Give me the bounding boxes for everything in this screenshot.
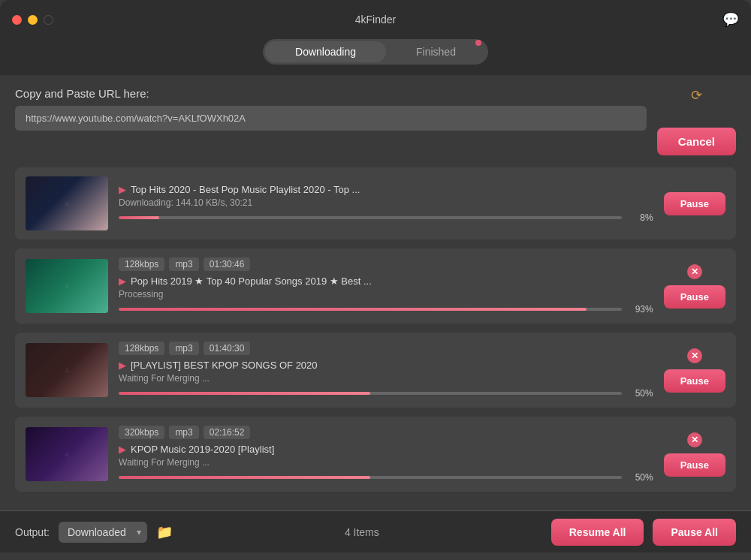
finished-badge <box>475 40 481 46</box>
progress-pct-1: 8% <box>629 212 653 223</box>
meta-duration-3: 01:40:30 <box>204 342 251 355</box>
item-info-3: 128kbps mp3 01:40:30 ▶ [PLAYLIST] BEST K… <box>119 342 653 399</box>
item-title-1: ▶ Top Hits 2020 - Best Pop Music Playlis… <box>119 184 653 195</box>
pause-button-3[interactable]: Pause <box>664 369 725 393</box>
meta-format-4: mp3 <box>169 426 198 439</box>
tab-bar: Downloading Finished <box>0 39 751 75</box>
pause-button-4[interactable]: Pause <box>664 453 725 477</box>
pause-all-button[interactable]: Pause All <box>653 519 736 546</box>
progress-pct-4: 50% <box>629 472 653 483</box>
output-label: Output: <box>15 526 50 538</box>
item-thumbnail-3: ♫ <box>26 343 108 397</box>
download-item: ♫ ▶ Top Hits 2020 - Best Pop Music Playl… <box>15 167 736 239</box>
item-info-1: ▶ Top Hits 2020 - Best Pop Music Playlis… <box>119 184 653 223</box>
output-select[interactable]: Downloaded Desktop Documents Music <box>59 522 147 543</box>
progress-bar-fill-4 <box>119 476 370 479</box>
meta-format-2: mp3 <box>169 257 198 271</box>
resume-all-button[interactable]: Resume All <box>551 519 644 546</box>
item-thumbnail-4: ♫ <box>26 427 108 481</box>
download-item-4: ♫ 320kbps mp3 02:16:52 ▶ KPOP Music 2019… <box>15 417 736 492</box>
download-item-3: ♫ 128kbps mp3 01:40:30 ▶ [PLAYLIST] BEST… <box>15 333 736 408</box>
tab-finished[interactable]: Finished <box>386 41 486 62</box>
progress-pct-2: 93% <box>629 304 653 315</box>
spinner-icon: ⟳ <box>691 87 702 104</box>
item-status-4: Waiting For Merging ... <box>119 457 653 468</box>
youtube-icon-2: ▶ <box>119 275 126 287</box>
progress-bar-bg-3 <box>119 392 622 395</box>
progress-bar-fill-2 <box>119 308 587 311</box>
item-meta-tags-4: 320kbps mp3 02:16:52 <box>119 426 653 439</box>
cancel-button[interactable]: Cancel <box>657 128 736 155</box>
items-count: 4 Items <box>182 526 542 538</box>
item-meta-tags-2: 128kbps mp3 01:30:46 <box>119 257 653 271</box>
progress-container-1: 8% <box>119 212 653 223</box>
item-actions-4: ✕ Pause <box>664 432 725 477</box>
tab-downloading[interactable]: Downloading <box>265 41 386 62</box>
tab-container: Downloading Finished <box>263 39 488 65</box>
progress-bar-bg-2 <box>119 308 622 311</box>
chat-icon[interactable]: 💬 <box>722 11 739 28</box>
item-actions-3: ✕ Pause <box>664 348 725 393</box>
item-info-4: 320kbps mp3 02:16:52 ▶ KPOP Music 2019-2… <box>119 426 653 483</box>
item-status-1: Downloading: 144.10 KB/s, 30:21 <box>119 197 653 208</box>
main-content: Copy and Paste URL here: ⟳ Cancel ♫ ▶ To… <box>0 75 751 510</box>
youtube-icon-4: ▶ <box>119 444 126 455</box>
progress-bar-fill-3 <box>119 392 370 395</box>
meta-format-3: mp3 <box>169 342 198 355</box>
folder-button[interactable]: 📁 <box>156 524 173 540</box>
progress-bar-bg-4 <box>119 476 622 479</box>
close-button-4[interactable]: ✕ <box>687 432 702 447</box>
close-button-2[interactable]: ✕ <box>687 264 702 279</box>
meta-bitrate-3: 128kbps <box>119 342 164 355</box>
pause-button-1[interactable]: Pause <box>664 192 725 215</box>
item-actions-1: Pause <box>664 192 725 215</box>
output-select-wrap: Downloaded Desktop Documents Music <box>59 522 147 543</box>
progress-bar-fill-1 <box>119 216 159 219</box>
title-bar: 4kFinder 💬 <box>0 0 751 39</box>
traffic-lights <box>12 15 53 25</box>
item-title-3: ▶ [PLAYLIST] BEST KPOP SONGS OF 2020 <box>119 360 653 371</box>
item-meta-tags-3: 128kbps mp3 01:40:30 <box>119 342 653 355</box>
item-info-2: 128kbps mp3 01:30:46 ▶ Pop Hits 2019 ★ T… <box>119 257 653 315</box>
item-title-4: ▶ KPOP Music 2019-2020 [Playlist] <box>119 444 653 455</box>
item-actions-2: ✕ Pause <box>664 264 725 309</box>
progress-pct-3: 50% <box>629 388 653 399</box>
bottom-bar: Output: Downloaded Desktop Documents Mus… <box>0 510 751 552</box>
url-left: Copy and Paste URL here: <box>15 87 647 131</box>
download-item-2: ♫ 128kbps mp3 01:30:46 ▶ Pop Hits 2019 ★… <box>15 248 736 324</box>
close-button-3[interactable]: ✕ <box>687 348 702 363</box>
item-thumbnail-1: ♫ <box>26 176 108 230</box>
progress-bar-bg-1 <box>119 216 622 219</box>
meta-bitrate-2: 128kbps <box>119 257 164 271</box>
progress-container-3: 50% <box>119 388 653 399</box>
url-label: Copy and Paste URL here: <box>15 87 647 100</box>
app-title: 4kFinder <box>355 14 396 26</box>
item-thumbnail-2: ♫ <box>26 259 108 313</box>
item-status-3: Waiting For Merging ... <box>119 373 653 384</box>
youtube-icon-1: ▶ <box>119 184 126 195</box>
meta-bitrate-4: 320kbps <box>119 426 164 439</box>
progress-container-4: 50% <box>119 472 653 483</box>
minimize-button[interactable] <box>28 15 38 25</box>
youtube-icon-3: ▶ <box>119 360 126 371</box>
close-button[interactable] <box>12 15 22 25</box>
url-section: Copy and Paste URL here: ⟳ Cancel <box>15 87 736 155</box>
item-status-2: Processing <box>119 289 653 300</box>
pause-button-2[interactable]: Pause <box>664 285 725 309</box>
item-title-2: ▶ Pop Hits 2019 ★ Top 40 Popular Songs 2… <box>119 275 653 287</box>
meta-duration-2: 01:30:46 <box>204 257 251 271</box>
maximize-button[interactable] <box>44 15 53 25</box>
url-input[interactable] <box>15 106 647 131</box>
progress-container-2: 93% <box>119 304 653 315</box>
meta-duration-4: 02:16:52 <box>204 426 251 439</box>
